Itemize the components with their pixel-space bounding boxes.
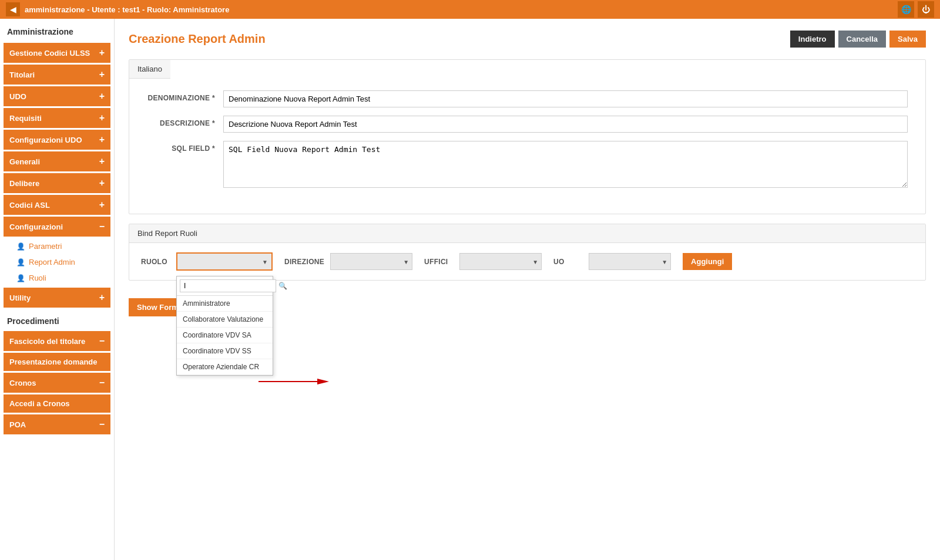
sidebar-item-titolari[interactable]: Titolari + — [4, 65, 110, 85]
user-icon: 👤 — [16, 274, 25, 282]
topbar-title: amministrazione - Utente : test1 - Ruolo… — [25, 5, 229, 14]
sidebar-sub-item-parametri[interactable]: 👤 Parametri — [0, 238, 114, 254]
dropdown-list: Amministratore Collaboratore Valutazione… — [177, 296, 273, 375]
uffici-label: UFFICI — [424, 258, 454, 266]
minus-icon: − — [99, 419, 105, 430]
form-card-body: DENOMINAZIONE * DESCRIZIONE * SQL FIELD … — [129, 79, 925, 214]
sidebar-item-poa[interactable]: POA − — [4, 414, 110, 434]
sql-field-textarea[interactable]: SQL Field Nuova Report Admin Test — [223, 141, 908, 188]
plus-icon: + — [99, 91, 105, 102]
sidebar-item-gestione-codici-ulss[interactable]: Gestione Codici ULSS + — [4, 43, 110, 63]
plus-icon: + — [99, 113, 105, 123]
page-title: Creazione Report Admin — [129, 32, 266, 46]
uo-select[interactable] — [589, 253, 671, 270]
sidebar: Amministrazione Gestione Codici ULSS + T… — [0, 19, 115, 560]
descrizione-input[interactable] — [223, 116, 908, 133]
uffici-select-wrapper: ▼ — [459, 253, 542, 270]
dropdown-search-wrapper: 🔍 — [177, 276, 273, 296]
user-icon: 👤 — [16, 258, 25, 266]
power-icon-button[interactable]: ⏻ — [918, 1, 934, 18]
sidebar-item-fascicolo-titolare[interactable]: Fascicolo del titolare − — [4, 331, 110, 351]
main-header: Creazione Report Admin Indietro Cancella… — [129, 31, 926, 48]
direzione-select[interactable] — [330, 253, 412, 270]
topbar-right: 🌐 ⏻ — [898, 1, 934, 18]
plus-icon: + — [99, 200, 105, 210]
sidebar-sub-item-report-admin[interactable]: 👤 Report Admin — [0, 254, 114, 270]
dropdown-item-coordinatore-vdv-sa[interactable]: Coordinatore VDV SA — [177, 328, 273, 343]
svg-marker-1 — [317, 379, 329, 384]
form-row-sql-field: SQL FIELD * SQL Field Nuova Report Admin… — [147, 141, 908, 188]
bind-card: Bind Report Ruoli RUOLO ▼ — [129, 224, 926, 281]
arrow-annotation — [258, 376, 329, 387]
main-content: Creazione Report Admin Indietro Cancella… — [115, 19, 940, 560]
globe-icon-button[interactable]: 🌐 — [898, 1, 914, 18]
minus-icon: − — [99, 221, 105, 232]
indietro-button[interactable]: Indietro — [790, 31, 835, 48]
plus-icon: + — [99, 156, 105, 167]
topbar-back-button[interactable]: ◀ — [6, 2, 20, 16]
plus-icon: + — [99, 292, 105, 303]
aggiungi-button[interactable]: Aggiungi — [683, 253, 732, 270]
sidebar-sub-item-ruoli[interactable]: 👤 Ruoli — [0, 270, 114, 286]
sql-field-label: SQL FIELD * — [147, 141, 223, 153]
sidebar-item-presentazione-domande[interactable]: Presentazione domande — [4, 353, 110, 371]
uo-select-wrapper: ▼ — [589, 253, 671, 270]
direzione-select-wrapper: ▼ — [330, 253, 412, 270]
topbar-left: ◀ amministrazione - Utente : test1 - Ruo… — [6, 2, 229, 16]
form-row-descrizione: DESCRIZIONE * — [147, 116, 908, 133]
uo-label: UO — [553, 258, 583, 266]
denominazione-label: DENOMINAZIONE * — [147, 90, 223, 102]
plus-icon: + — [99, 178, 105, 188]
form-tab-italiano: Italiano — [129, 60, 170, 79]
sidebar-heading: Amministrazione — [0, 19, 114, 41]
ruolo-dropdown: 🔍 Amministratore Collaboratore Valutazio… — [176, 276, 273, 376]
dropdown-item-coordinatore-vdv-ss[interactable]: Coordinatore VDV SS — [177, 343, 273, 359]
descrizione-label: DESCRIZIONE * — [147, 116, 223, 127]
sidebar-item-utility[interactable]: Utility + — [4, 288, 110, 308]
dropdown-item-amministratore[interactable]: Amministratore — [177, 296, 273, 312]
uffici-select[interactable] — [459, 253, 542, 270]
bind-tab-ruoli: Bind Report Ruoli — [129, 224, 925, 243]
ruolo-label: RUOLO — [141, 258, 170, 266]
layout: Amministrazione Gestione Codici ULSS + T… — [0, 19, 940, 560]
header-buttons: Indietro Cancella Salva — [790, 31, 926, 48]
user-icon: 👤 — [16, 242, 25, 251]
dropdown-item-operatore-aziendale[interactable]: Operatore Aziendale CR — [177, 359, 273, 375]
sidebar-item-udo[interactable]: UDO + — [4, 86, 110, 106]
ruolo-select[interactable] — [177, 254, 271, 269]
sidebar-item-codici-asl[interactable]: Codici ASL + — [4, 195, 110, 215]
minus-icon: − — [99, 377, 105, 388]
sidebar-item-accedi-cronos[interactable]: Accedi a Cronos — [4, 394, 110, 413]
direzione-label: DIREZIONE — [284, 258, 324, 266]
dropdown-search-input[interactable] — [180, 279, 276, 292]
sidebar-section-procedimenti: Procedimenti — [0, 309, 114, 329]
cancella-button[interactable]: Cancella — [838, 31, 886, 48]
sidebar-item-configurazioni[interactable]: Configurazioni − — [4, 217, 110, 237]
form-row-denominazione: DENOMINAZIONE * — [147, 90, 908, 107]
plus-icon: + — [99, 134, 105, 145]
salva-button[interactable]: Salva — [889, 31, 926, 48]
topbar: ◀ amministrazione - Utente : test1 - Ruo… — [0, 0, 940, 19]
search-icon: 🔍 — [278, 282, 287, 290]
bind-row: RUOLO ▼ 🔍 — [141, 252, 914, 271]
sidebar-item-delibere[interactable]: Delibere + — [4, 173, 110, 193]
form-card: Italiano DENOMINAZIONE * DESCRIZIONE * S… — [129, 59, 926, 214]
sidebar-item-generali[interactable]: Generali + — [4, 151, 110, 171]
plus-icon: + — [99, 69, 105, 80]
ruolo-select-wrapper: ▼ — [176, 252, 273, 271]
sidebar-item-configurazioni-udo[interactable]: Configurazioni UDO + — [4, 130, 110, 150]
dropdown-item-collaboratore[interactable]: Collaboratore Valutazione — [177, 312, 273, 328]
sidebar-item-requisiti[interactable]: Requisiti + — [4, 108, 110, 128]
minus-icon: − — [99, 336, 105, 346]
ruolo-select-container: ▼ 🔍 Amministratore Collaboratore Valutaz… — [176, 252, 273, 271]
denominazione-input[interactable] — [223, 90, 908, 107]
red-arrow-icon — [258, 376, 329, 387]
bind-body: RUOLO ▼ 🔍 — [129, 243, 925, 280]
sidebar-item-cronos[interactable]: Cronos − — [4, 373, 110, 393]
plus-icon: + — [99, 48, 105, 58]
